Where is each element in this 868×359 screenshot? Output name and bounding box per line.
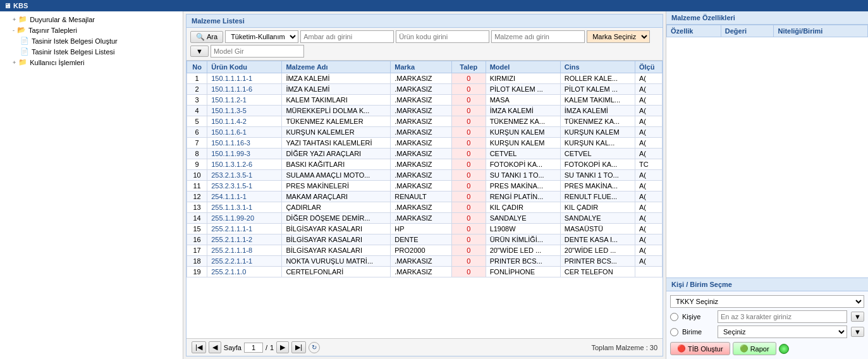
table-row[interactable]: 8 150.1.1.99-3 DİĞER YAZI ARAÇLARI .MARK… (187, 149, 663, 159)
sidebar-item-label: Taşınır Talepleri (28, 27, 77, 34)
table-row[interactable]: 3 150.1.1.2-1 KALEM TAKIMLARI .MARKASIZ … (187, 95, 663, 106)
table-row[interactable]: 9 150.1.3.1.2-6 BASKI KAĞITLARI .MARKASI… (187, 159, 663, 170)
table-row[interactable]: 4 150.1.1.3-5 MÜREKKEPLİ DOLMA K... .MAR… (187, 106, 663, 116)
cell-talep: 0 (451, 170, 486, 181)
tkky-select[interactable]: TKKY Seçiniz (670, 295, 864, 308)
kisi-dropdown-btn[interactable]: ▼ (851, 312, 864, 322)
cell-model: ÜRÜN KİMLİĞİ... (486, 234, 560, 245)
sidebar-item-duyurular[interactable]: + 📁 Duyurular & Mesajlar (3, 14, 180, 25)
birime-dropdown-btn[interactable]: ▼ (851, 327, 864, 337)
kisi-header: Kişi / Birim Seçme (666, 278, 868, 291)
cell-marka: .MARKASIZ (391, 170, 452, 181)
table-row[interactable]: 18 255.2.2.1.1-1 NOKTA VURUŞLU MATRİ... … (187, 256, 663, 267)
first-page-btn[interactable]: |◀ (192, 341, 206, 353)
table-row[interactable]: 2 150.1.1.1.1-6 İMZA KALEMİ .MARKASIZ 0 … (187, 84, 663, 95)
cell-ad: İMZA KALEMİ (282, 84, 391, 95)
cell-kod: 255.2.1.1.1-8 (207, 245, 282, 256)
kisiye-radio[interactable] (670, 313, 678, 321)
rapor-btn[interactable]: 🟢 Rapor (733, 342, 776, 355)
malzeme-header: Malzeme Listesi (186, 15, 663, 28)
expand-icon[interactable]: + (13, 59, 16, 66)
cell-no: 6 (187, 127, 207, 138)
table-row[interactable]: 10 253.2.1.3.5-1 SULAMA AMAÇLI MOTO... .… (187, 170, 663, 181)
cell-no: 4 (187, 106, 207, 116)
cell-cins: İMZA KALEMİ (560, 106, 635, 116)
cell-olcu: A( (635, 149, 662, 159)
cell-olcu (635, 267, 662, 277)
table-row[interactable]: 12 254.1.1.1-1 MAKAM ARAÇLARI RENAULT 0 … (187, 192, 663, 202)
page-separator: / (266, 344, 267, 351)
page-total: 1 (270, 344, 274, 351)
cell-model: CETVEL (486, 149, 560, 159)
table-row[interactable]: 5 150.1.1.4-2 TÜKENMEZ KALEMLER .MARKASI… (187, 116, 663, 127)
cell-marka: .MARKASIZ (391, 84, 452, 95)
cell-talep: 0 (451, 202, 486, 213)
malzeme-title: Malzeme Listesi (192, 17, 245, 25)
table-row[interactable]: 1 150.1.1.1.1-1 İMZA KALEMİ .MARKASIZ 0 … (187, 73, 663, 84)
last-page-btn[interactable]: ▶| (291, 341, 306, 353)
cell-talep: 0 (451, 213, 486, 224)
cell-ad: KURŞUN KALEMLER (282, 127, 391, 138)
sidebar-item-tasinirliste[interactable]: - 📂 Taşınır Talepleri (3, 25, 180, 35)
cell-model: L1908W (486, 224, 560, 234)
table-row[interactable]: 15 255.2.1.1.1-1 BİLGİSAYAR KASALARI HP … (187, 224, 663, 234)
cell-marka: HP (391, 224, 452, 234)
cell-model: PRINTER BCS... (486, 256, 560, 267)
app-title: KBS (13, 2, 28, 9)
table-row[interactable]: 19 255.2.1.1.0 CERTELFONLARİ .MARKASIZ 0… (187, 267, 663, 277)
marka-dropdown-btn[interactable]: ▼ (190, 46, 209, 57)
pagination: |◀ ◀ Sayfa / 1 ▶ ▶| ↻ Toplam Malzeme : 3… (186, 338, 663, 356)
table-row[interactable]: 7 150.1.1.16-3 YAZI TAHTASI KALEMLERİ .M… (187, 138, 663, 149)
cell-no: 9 (187, 159, 207, 170)
cell-ad: TÜKENMEZ KALEMLER (282, 116, 391, 127)
props-table: Özellik Değeri Niteliği/Birimi (666, 25, 868, 37)
table-row[interactable]: 17 255.2.1.1.1-8 BİLGİSAYAR KASALARI PRO… (187, 245, 663, 256)
cell-marka: .MARKASIZ (391, 149, 452, 159)
urun-kodu-input[interactable] (396, 30, 489, 43)
cell-no: 14 (187, 213, 207, 224)
cell-kod: 150.1.1.99-3 (207, 149, 282, 159)
next-page-btn[interactable]: ▶ (276, 341, 289, 353)
props-panel: Özellik Değeri Niteliği/Birimi (666, 25, 868, 277)
ambar-input[interactable] (300, 30, 394, 43)
marka-select[interactable]: Marka Seçiniz (587, 30, 650, 43)
birime-select[interactable]: Seçiniz (718, 326, 847, 338)
cell-no: 7 (187, 138, 207, 149)
model-input[interactable] (211, 45, 304, 58)
prev-page-btn[interactable]: ◀ (209, 341, 221, 353)
cell-ad: BİLGİSAYAR KASALARI (282, 245, 391, 256)
sidebar-item-tasiniristek[interactable]: 📄 Tasinir Istek Belgesi Oluştur (3, 35, 180, 46)
cell-ad: BASKI KAĞITLARI (282, 159, 391, 170)
cell-olcu: A( (635, 234, 662, 245)
cell-marka: .MARKASIZ (391, 106, 452, 116)
cell-no: 18 (187, 256, 207, 267)
ara-button[interactable]: 🔍 Ara (190, 31, 223, 43)
sidebar-item-kullanici[interactable]: + 📁 Kullanıcı İşlemleri (3, 57, 180, 68)
birime-radio[interactable] (670, 328, 678, 336)
cell-olcu: A( (635, 202, 662, 213)
cell-model: FONLİPHONE (486, 267, 560, 277)
cell-marka: DENTE (391, 234, 452, 245)
malzeme-adi-input[interactable] (491, 30, 585, 43)
table-row[interactable]: 13 255.1.1.3.1-1 ÇADIRLAR .MARKASIZ 0 KI… (187, 202, 663, 213)
kategori-select[interactable]: Tüketim-Kullanım (225, 30, 298, 43)
cell-marka: .MARKASIZ (391, 213, 452, 224)
tib-olustur-btn[interactable]: 🔴 TİB Oluştur (670, 342, 730, 355)
page-input[interactable] (244, 343, 263, 353)
cell-talep: 0 (451, 245, 486, 256)
malzeme-ozellikleri-header: Malzeme Özellikleri (666, 11, 868, 25)
table-row[interactable]: 14 255.1.1.99-20 DİĞER DÖŞEME DEMİR... .… (187, 213, 663, 224)
cell-olcu: A( (635, 224, 662, 234)
expand-icon[interactable]: - (13, 27, 15, 33)
cell-olcu: A( (635, 116, 662, 127)
table-row[interactable]: 6 150.1.1.6-1 KURŞUN KALEMLER .MARKASIZ … (187, 127, 663, 138)
sidebar-item-tasiniristeklistesi[interactable]: 📄 Tasinir Istek Belgesi Listesi (3, 46, 180, 57)
cell-kod: 150.1.1.6-1 (207, 127, 282, 138)
kisi-panel: Kişi / Birim Seçme TKKY Seçiniz Kişiye ▼… (666, 277, 868, 359)
refresh-btn[interactable]: ↻ (309, 342, 320, 353)
kisi-search-input[interactable] (718, 310, 847, 323)
table-row[interactable]: 16 255.2.1.1.1-2 BİLGİSAYAR KASALARI DEN… (187, 234, 663, 245)
cell-ad: CERTELFONLARİ (282, 267, 391, 277)
table-row[interactable]: 11 253.2.3.1.5-1 PRES MAKİNELERİ .MARKAS… (187, 181, 663, 192)
expand-icon[interactable]: + (13, 16, 16, 23)
